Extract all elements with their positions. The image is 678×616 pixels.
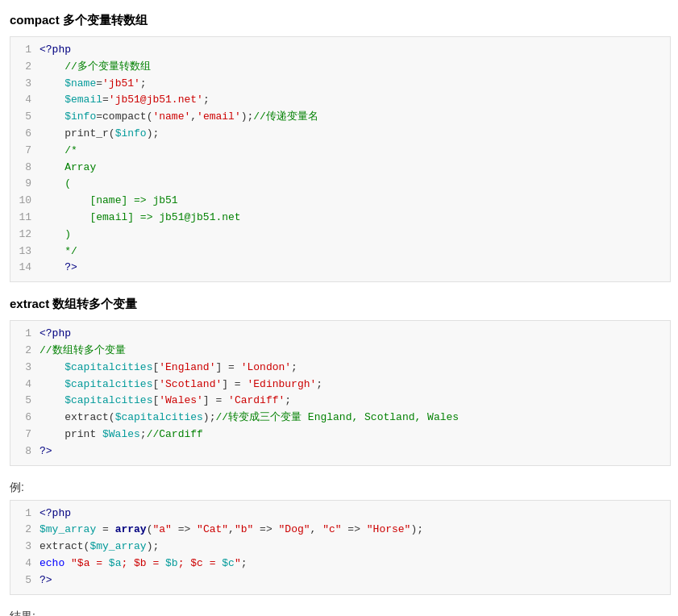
code-line: 3 $name='jb51'; [10,76,670,93]
code-line: 6 print_r($info); [10,126,670,143]
code-block-extract: 1 <?php 2 //数组转多个变量 3 $capitalcities['En… [10,320,671,465]
code-line: 5 $capitalcities['Wales'] = 'Cardiff'; [10,393,670,410]
code-line: 6 extract($capitalcities);//转变成三个变量 Engl… [10,410,670,427]
section-extract: extract 数组转多个变量 1 <?php 2 //数组转多个变量 3 $c… [10,297,668,465]
code-line: 4 echo "$a = $a; $b = $b; $c = $c"; [10,556,670,572]
code-line: 1 <?php [10,506,670,522]
code-line: 5 $info=compact('name','email');//传递变量名 [10,109,670,126]
code-line: 7 print $Wales;//Cardiff [10,427,670,443]
code-line: 9 ( [10,176,670,193]
code-line: 8 ?> [10,443,670,460]
code-line: 14 ?> [10,260,670,277]
code-line: 11 [email] => jb51@jb51.net [10,210,670,227]
code-block-compact: 1 <?php 2 //多个变量转数组 3 $name='jb51'; 4 $e… [10,36,671,282]
code-line: 2 //数组转多个变量 [10,343,670,360]
code-line: 2 //多个变量转数组 [10,59,670,76]
label-result: 结果: [10,610,668,616]
code-line: 4 $capitalcities['Scotland'] = 'Edinburg… [10,377,670,393]
code-line: 5 ?> [10,572,670,589]
code-line: 2 $my_array = array("a" => "Cat","b" => … [10,522,670,539]
section-result: 结果: 1 $a = Cat; $b = Dog; $c = Horse [10,610,668,616]
section-compact: compact 多个变量转数组 1 <?php 2 //多个变量转数组 3 $n… [10,13,668,282]
code-line: 13 */ [10,243,670,260]
code-line: 8 Array [10,160,670,177]
label-example: 例: [10,481,668,495]
code-line: 12 ) [10,227,670,243]
section-example: 例: 1 <?php 2 $my_array = array("a" => "C… [10,481,668,595]
code-line: 3 extract($my_array); [10,539,670,556]
code-line: 10 [name] => jb51 [10,193,670,210]
code-line: 1 <?php [10,42,670,59]
section-compact-title: compact 多个变量转数组 [10,13,668,28]
section-extract-title: extract 数组转多个变量 [10,297,668,312]
code-block-example: 1 <?php 2 $my_array = array("a" => "Cat"… [10,500,671,595]
code-line: 4 $email='jb51@jb51.net'; [10,92,670,109]
code-line: 7 /* [10,143,670,160]
code-line: 1 <?php [10,326,670,343]
code-line: 3 $capitalcities['England'] = 'London'; [10,360,670,377]
